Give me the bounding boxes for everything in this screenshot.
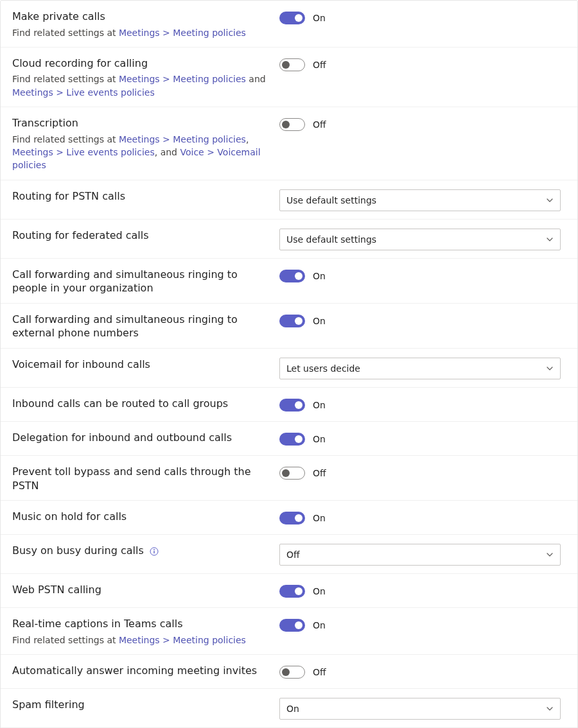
setting-subtext: Find related settings at Meetings > Meet… bbox=[12, 133, 267, 172]
toggle-inbound-call-groups[interactable] bbox=[279, 399, 305, 412]
select-value: Off bbox=[286, 550, 300, 560]
row-auto-answer: Automatically answer incoming meeting in… bbox=[1, 655, 577, 689]
toggle-state-label: On bbox=[313, 400, 326, 410]
row-routing-federated: Routing for federated calls Use default … bbox=[1, 220, 577, 259]
toggle-state-label: Off bbox=[313, 667, 326, 677]
toggle-fwd-internal[interactable] bbox=[279, 270, 305, 282]
setting-title: Delegation for inbound and outbound call… bbox=[12, 431, 267, 445]
toggle-state-label: Off bbox=[313, 119, 326, 130]
row-voicemail-inbound: Voicemail for inbound calls Let users de… bbox=[1, 349, 577, 388]
row-routing-pstn: Routing for PSTN calls Use default setti… bbox=[1, 180, 577, 220]
setting-title: Call forwarding and simultaneous ringing… bbox=[12, 313, 267, 340]
toggle-prevent-toll-bypass[interactable] bbox=[279, 467, 305, 480]
toggle-state-label: On bbox=[313, 513, 326, 523]
chevron-down-icon bbox=[546, 196, 554, 204]
setting-subtext: Find related settings at Meetings > Meet… bbox=[12, 26, 267, 39]
svg-point-1 bbox=[153, 549, 155, 550]
row-inbound-call-groups: Inbound calls can be routed to call grou… bbox=[1, 388, 577, 422]
setting-title: Make private calls bbox=[12, 10, 267, 24]
setting-title: Voicemail for inbound calls bbox=[12, 358, 267, 372]
select-spam-filtering[interactable]: On bbox=[279, 698, 561, 720]
link-meetings-live-events-policies[interactable]: Meetings > Live events policies bbox=[12, 87, 155, 98]
toggle-delegation[interactable] bbox=[279, 433, 305, 446]
setting-title: Spam filtering bbox=[12, 698, 267, 712]
select-routing-pstn[interactable]: Use default settings bbox=[279, 189, 561, 211]
toggle-music-on-hold[interactable] bbox=[279, 512, 305, 524]
row-web-pstn: Web PSTN calling On bbox=[1, 574, 577, 608]
chevron-down-icon bbox=[546, 365, 554, 372]
toggle-state-label: On bbox=[313, 586, 326, 596]
toggle-auto-answer[interactable] bbox=[279, 666, 305, 679]
setting-subtext: Find related settings at Meetings > Meet… bbox=[12, 634, 267, 646]
toggle-state-label: On bbox=[313, 13, 326, 23]
toggle-realtime-captions[interactable] bbox=[279, 619, 305, 632]
setting-title: Busy on busy during calls bbox=[12, 544, 267, 558]
select-value: Use default settings bbox=[286, 195, 376, 205]
row-transcription: Transcription Find related settings at M… bbox=[1, 107, 577, 180]
chevron-down-icon bbox=[546, 236, 554, 243]
row-music-on-hold: Music on hold for calls On bbox=[1, 501, 577, 535]
setting-title: Prevent toll bypass and send calls throu… bbox=[12, 465, 267, 492]
toggle-state-label: On bbox=[313, 316, 326, 326]
toggle-fwd-external[interactable] bbox=[279, 315, 305, 327]
chevron-down-icon bbox=[546, 705, 554, 713]
subtext-prefix: Find related settings at bbox=[12, 28, 119, 38]
toggle-state-label: On bbox=[313, 434, 326, 444]
setting-title: Cloud recording for calling bbox=[12, 56, 267, 71]
setting-title: Call forwarding and simultaneous ringing… bbox=[12, 268, 267, 295]
label-col: Make private calls Find related settings… bbox=[12, 8, 279, 39]
row-fwd-internal: Call forwarding and simultaneous ringing… bbox=[1, 259, 577, 304]
link-meetings-meeting-policies[interactable]: Meetings > Meeting policies bbox=[119, 134, 246, 144]
select-busy-on-busy[interactable]: Off bbox=[279, 544, 561, 566]
link-meetings-meeting-policies[interactable]: Meetings > Meeting policies bbox=[119, 74, 246, 84]
select-voicemail-inbound[interactable]: Let users decide bbox=[279, 358, 561, 379]
svg-rect-2 bbox=[153, 551, 154, 553]
select-value: Use default settings bbox=[286, 234, 376, 245]
setting-title: Web PSTN calling bbox=[12, 583, 267, 597]
link-meetings-live-events-policies[interactable]: Meetings > Live events policies bbox=[12, 147, 155, 157]
setting-title: Transcription bbox=[12, 116, 267, 130]
toggle-transcription[interactable] bbox=[279, 118, 305, 131]
toggle-web-pstn[interactable] bbox=[279, 585, 305, 598]
select-value: Let users decide bbox=[286, 363, 360, 374]
toggle-state-label: Off bbox=[313, 468, 326, 478]
setting-title: Automatically answer incoming meeting in… bbox=[12, 664, 267, 678]
row-delegation: Delegation for inbound and outbound call… bbox=[1, 422, 577, 456]
row-make-private-calls: Make private calls Find related settings… bbox=[1, 1, 577, 48]
row-realtime-captions: Real-time captions in Teams calls Find r… bbox=[1, 608, 577, 655]
row-fwd-external: Call forwarding and simultaneous ringing… bbox=[1, 304, 577, 349]
row-prevent-toll-bypass: Prevent toll bypass and send calls throu… bbox=[1, 456, 577, 501]
setting-title: Real-time captions in Teams calls bbox=[12, 617, 267, 631]
select-value: On bbox=[286, 704, 299, 714]
toggle-make-private-calls[interactable] bbox=[279, 12, 305, 24]
setting-title: Routing for federated calls bbox=[12, 229, 267, 243]
chevron-down-icon bbox=[546, 551, 554, 559]
link-meetings-meeting-policies[interactable]: Meetings > Meeting policies bbox=[119, 635, 246, 645]
toggle-state-label: Off bbox=[313, 60, 326, 70]
setting-subtext: Find related settings at Meetings > Meet… bbox=[12, 73, 267, 99]
setting-title: Inbound calls can be routed to call grou… bbox=[12, 397, 267, 411]
toggle-state-label: On bbox=[313, 620, 326, 630]
row-spam-filtering: Spam filtering On bbox=[1, 689, 577, 728]
setting-title: Routing for PSTN calls bbox=[12, 189, 267, 204]
info-icon[interactable] bbox=[150, 547, 159, 556]
control-col: On bbox=[279, 8, 566, 26]
toggle-state-label: On bbox=[313, 271, 326, 281]
row-busy-on-busy: Busy on busy during calls Off bbox=[1, 535, 577, 574]
setting-title: Music on hold for calls bbox=[12, 510, 267, 524]
row-cloud-recording: Cloud recording for calling Find related… bbox=[1, 48, 577, 107]
link-meetings-meeting-policies[interactable]: Meetings > Meeting policies bbox=[119, 28, 246, 38]
settings-panel: Make private calls Find related settings… bbox=[0, 0, 578, 728]
toggle-cloud-recording[interactable] bbox=[279, 58, 305, 71]
select-routing-federated[interactable]: Use default settings bbox=[279, 229, 561, 250]
